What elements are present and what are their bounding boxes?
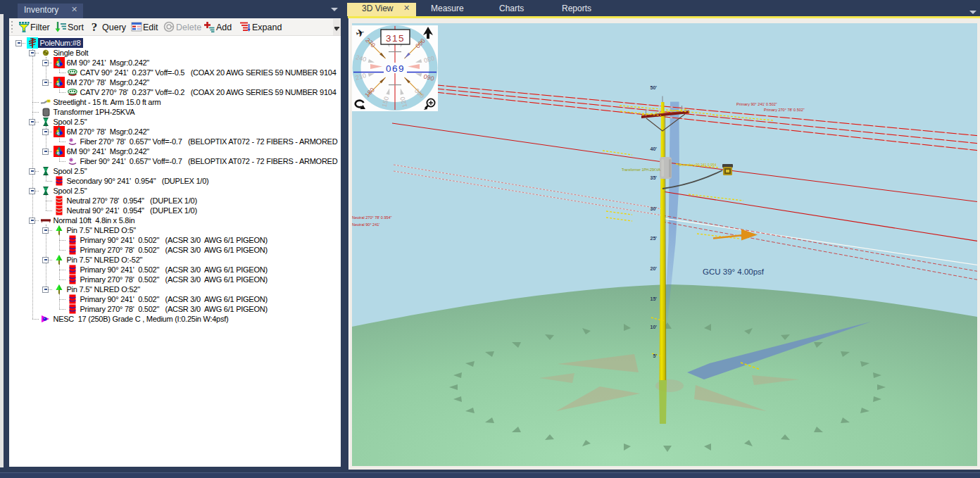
svg-text:50': 50' <box>651 85 658 90</box>
svg-text:40': 40' <box>651 146 658 151</box>
svg-text:Neutral 90° 241': Neutral 90° 241' <box>352 222 379 227</box>
svg-text:5': 5' <box>653 353 657 358</box>
svg-text:?: ? <box>92 21 98 33</box>
svg-text:25': 25' <box>651 236 658 241</box>
svg-text:069: 069 <box>386 63 405 74</box>
svg-text:GCU 39° 4.00psf: GCU 39° 4.00psf <box>703 268 765 276</box>
svg-text:35': 35' <box>651 175 658 180</box>
svg-text:Neutral 270° 78' 0.954": Neutral 270° 78' 0.954" <box>352 215 392 220</box>
svg-text:Primary 90° 241' 0.502": Primary 90° 241' 0.502" <box>736 102 777 106</box>
svg-text:315: 315 <box>386 33 405 44</box>
svg-text:10': 10' <box>651 325 658 329</box>
svg-text:30': 30' <box>651 206 658 211</box>
svg-text:Transformer 1PH-25KVA: Transformer 1PH-25KVA <box>622 168 661 172</box>
svg-text:Primary 270° 78' 0.502": Primary 270° 78' 0.502" <box>764 108 805 112</box>
svg-text:20': 20' <box>651 266 658 271</box>
svg-text:Secondary 90 241 0.954: Secondary 90 241 0.954 <box>678 163 717 167</box>
svg-text:15': 15' <box>651 296 658 301</box>
